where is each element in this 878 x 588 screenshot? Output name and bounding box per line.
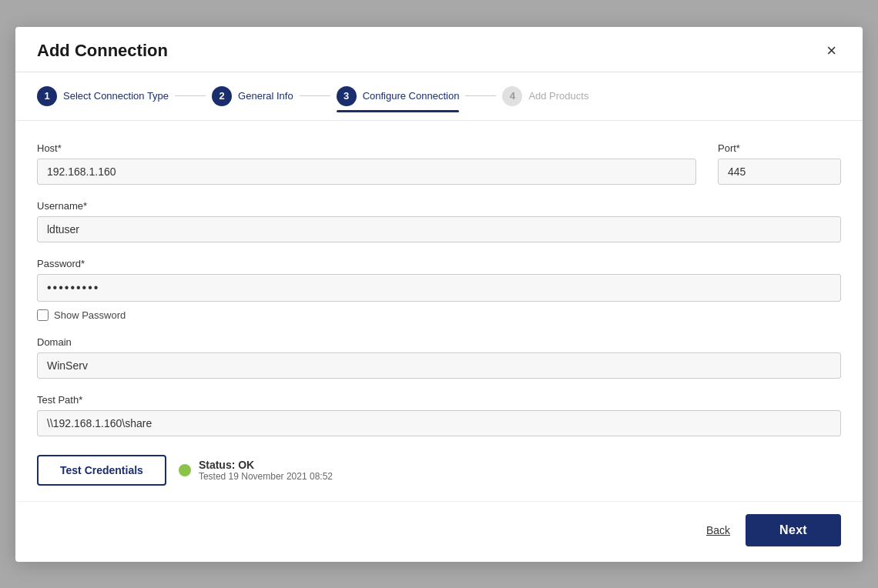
- port-group: Port*: [718, 142, 841, 185]
- step-3[interactable]: 3 Configure Connection: [337, 86, 460, 109]
- username-group: Username*: [37, 200, 841, 242]
- stepper: 1 Select Connection Type 2 General Info …: [15, 72, 863, 121]
- modal-title: Add Connection: [37, 41, 168, 61]
- status-indicator: Status: OK Tested 19 November 2021 08:52: [179, 459, 333, 482]
- domain-label: Domain: [37, 336, 841, 348]
- host-port-row: Host* Port*: [37, 142, 841, 185]
- step-separator-1: [175, 95, 206, 96]
- modal-overlay: Add Connection × 1 Select Connection Typ…: [0, 0, 878, 588]
- step-3-label: Configure Connection: [363, 90, 460, 102]
- host-input[interactable]: [37, 159, 696, 185]
- test-path-group: Test Path*: [37, 394, 841, 436]
- status-dot: [179, 464, 191, 476]
- step-2-circle: 2: [212, 86, 232, 106]
- username-input[interactable]: [37, 216, 841, 242]
- host-group: Host*: [37, 142, 696, 185]
- show-password-row: Show Password: [37, 309, 841, 321]
- status-text-block: Status: OK Tested 19 November 2021 08:52: [199, 459, 333, 482]
- back-button[interactable]: Back: [706, 524, 730, 536]
- step-3-active-line: [337, 110, 460, 112]
- step-3-circle: 3: [337, 86, 357, 106]
- port-label: Port*: [718, 142, 841, 154]
- test-credentials-button[interactable]: Test Credentials: [37, 455, 166, 486]
- test-path-label: Test Path*: [37, 394, 841, 406]
- password-group: Password*: [37, 258, 841, 302]
- password-row: Password* Show Password: [37, 258, 841, 321]
- modal-footer: Back Next: [15, 501, 863, 562]
- test-credentials-row: Test Credentials Status: OK Tested 19 No…: [37, 455, 841, 486]
- port-input[interactable]: [718, 159, 841, 185]
- step-1-label: Select Connection Type: [63, 90, 169, 102]
- username-label: Username*: [37, 200, 841, 212]
- step-separator-2: [300, 95, 330, 96]
- show-password-label[interactable]: Show Password: [54, 309, 126, 321]
- username-row: Username*: [37, 200, 841, 242]
- next-button[interactable]: Next: [746, 514, 841, 546]
- step-1[interactable]: 1 Select Connection Type: [37, 86, 169, 109]
- show-password-checkbox[interactable]: [37, 309, 49, 321]
- test-path-row: Test Path*: [37, 394, 841, 436]
- host-label: Host*: [37, 142, 696, 154]
- modal-dialog: Add Connection × 1 Select Connection Typ…: [15, 27, 863, 562]
- step-1-circle: 1: [37, 86, 57, 106]
- close-button[interactable]: ×: [822, 41, 841, 61]
- status-ok-text: Status: OK: [199, 459, 333, 471]
- step-4[interactable]: 4 Add Products: [502, 86, 588, 109]
- step-4-circle: 4: [502, 86, 522, 106]
- password-label: Password*: [37, 258, 841, 269]
- step-4-label: Add Products: [528, 90, 588, 102]
- status-sub-text: Tested 19 November 2021 08:52: [199, 471, 333, 482]
- modal-header: Add Connection ×: [15, 27, 863, 72]
- test-path-input[interactable]: [37, 410, 841, 436]
- step-2-label: General Info: [238, 90, 293, 102]
- modal-body: Host* Port* Username* Password*: [15, 121, 863, 501]
- domain-group: Domain: [37, 336, 841, 379]
- step-separator-3: [465, 95, 496, 96]
- domain-input[interactable]: [37, 352, 841, 379]
- step-2[interactable]: 2 General Info: [212, 86, 293, 109]
- password-input[interactable]: [37, 274, 841, 302]
- domain-row: Domain: [37, 336, 841, 379]
